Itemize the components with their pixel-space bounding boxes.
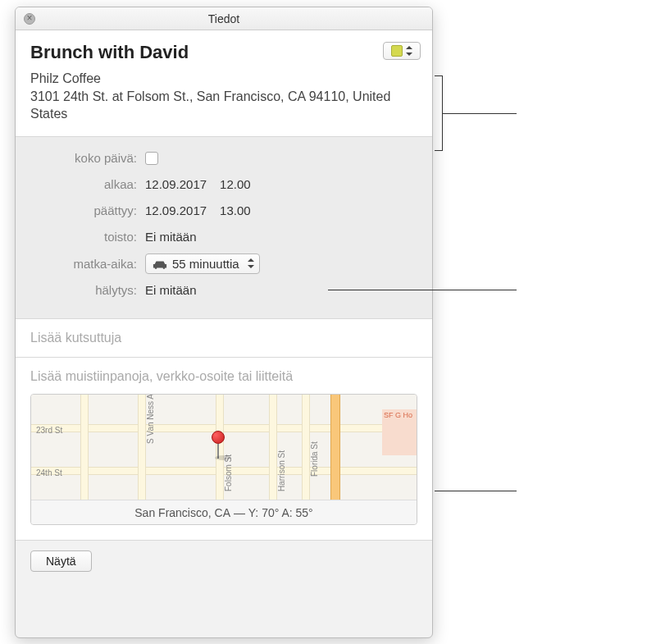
travel-time-select[interactable]: 55 minuuttia: [145, 253, 260, 274]
starts-date[interactable]: 12.09.2017: [145, 177, 207, 191]
map-pin-icon: [212, 431, 225, 459]
ends-time[interactable]: 13.00: [220, 203, 251, 217]
street-label: 24th St: [36, 468, 62, 477]
ends-row: päättyy: 12.09.2017 13.00: [30, 201, 417, 221]
event-location[interactable]: Philz Coffee 3101 24th St. at Folsom St.…: [30, 70, 417, 123]
color-swatch: [391, 45, 403, 57]
notes-section: Lisää muistiinpanoja, verkko-osoite tai …: [16, 358, 432, 540]
chevron-updown-icon: [248, 258, 254, 268]
ends-date[interactable]: 12.09.2017: [145, 203, 207, 217]
event-header: Brunch with David Philz Coffee 3101 24th…: [16, 30, 432, 137]
event-title[interactable]: Brunch with David: [30, 42, 417, 63]
car-icon: [153, 258, 167, 268]
invitees-section[interactable]: Lisää kutsuttuja: [16, 319, 432, 358]
street-label: 23rd St: [36, 426, 62, 435]
map-footer: San Francisco, CA — Y: 70° A: 55°: [31, 500, 417, 525]
map-preview[interactable]: SF G Ho 23rd St 24th St Folsom St Harris…: [30, 394, 417, 525]
street-label: S Van Ness Ave: [146, 394, 155, 444]
all-day-row: koko päivä:: [30, 148, 417, 168]
map-visual: SF G Ho 23rd St 24th St Folsom St Harris…: [31, 395, 417, 500]
callout-line: [435, 491, 517, 491]
callout-bracket: [435, 75, 443, 151]
map-poi-hospital: SF G Ho: [382, 409, 417, 455]
map-weather-text: Y: 70° A: 55°: [248, 506, 313, 519]
map-location-text: San Francisco, CA: [134, 506, 230, 519]
travel-time-value: 55 minuuttia: [172, 257, 239, 271]
notes-placeholder[interactable]: Lisää muistiinpanoja, verkko-osoite tai …: [30, 369, 417, 384]
starts-label: alkaa:: [30, 177, 145, 191]
repeat-value[interactable]: Ei mitään: [145, 230, 197, 244]
window-title: Tiedot: [16, 12, 432, 25]
event-details-section: koko päivä: alkaa: 12.09.2017 12.00 päät…: [16, 137, 432, 319]
callout-line: [443, 113, 517, 114]
invitees-placeholder: Lisää kutsuttuja: [30, 331, 417, 345]
repeat-row: toisto: Ei mitään: [30, 227, 417, 247]
event-details-window: Tiedot Brunch with David Philz Coffee 31…: [15, 7, 433, 638]
chevron-updown-icon: [406, 46, 412, 56]
alert-label: hälytys:: [30, 283, 145, 297]
street-label: Harrison St: [277, 450, 286, 491]
street-label: Florida St: [310, 441, 319, 477]
calendar-color-selector[interactable]: [383, 42, 421, 60]
all-day-checkbox[interactable]: [145, 152, 158, 165]
travel-time-label: matka-aika:: [30, 257, 145, 271]
callout-line: [328, 290, 517, 290]
titlebar: Tiedot: [16, 7, 432, 30]
alert-value[interactable]: Ei mitään: [145, 283, 197, 297]
show-button[interactable]: Näytä: [30, 550, 92, 572]
repeat-label: toisto:: [30, 230, 145, 244]
travel-time-row: matka-aika: 55 minuuttia: [30, 253, 417, 274]
ends-label: päättyy:: [30, 203, 145, 217]
location-address: 3101 24th St. at Folsom St., San Francis…: [30, 89, 390, 121]
starts-time[interactable]: 12.00: [220, 177, 251, 191]
starts-row: alkaa: 12.09.2017 12.00: [30, 175, 417, 194]
bottom-bar: Näytä: [16, 540, 432, 582]
location-name: Philz Coffee: [30, 71, 101, 85]
all-day-label: koko päivä:: [30, 151, 145, 165]
